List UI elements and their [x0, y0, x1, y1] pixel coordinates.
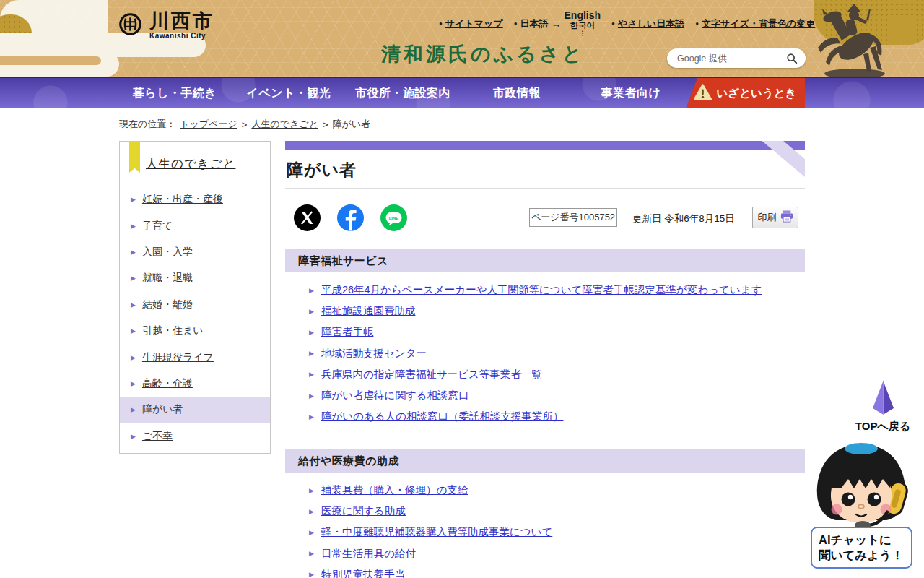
sidebar-item-label: 結婚・離婚 — [142, 298, 193, 311]
sidebar-item-elderly[interactable]: 高齢・介護 — [120, 371, 270, 397]
city-logo-text: 川西市 Kawanishi City — [149, 11, 214, 40]
nav-items: 暮らし・手続き イベント・観光 市役所・施設案内 市政情報 事業者向け — [118, 78, 688, 108]
sidebar-item-label: 生涯現役ライフ — [142, 351, 214, 364]
content-link[interactable]: 医療に関する助成 — [321, 504, 406, 518]
nav-item-event[interactable]: イベント・観光 — [232, 78, 346, 108]
warning-icon — [694, 84, 712, 103]
sidebar-item-marriage[interactable]: 結婚・離婚 — [120, 292, 270, 318]
nav-item-emergency[interactable]: いざというとき — [686, 78, 805, 108]
sidebar-list: 妊娠・出産・産後 子育て 入園・入学 就職・退職 結婚・離婚 引越・住まい 生涯… — [120, 186, 270, 449]
sidebar-item-pregnancy[interactable]: 妊娠・出産・産後 — [120, 186, 270, 212]
search-input[interactable] — [677, 53, 785, 64]
header-utility-links: サイトマップ 日本語 → English 한국어 ⋮ やさしい日本語 文字サイズ… — [439, 10, 815, 38]
list-item: 医療に関する助成 — [285, 501, 805, 522]
list-item: 障がいのある人の相談窓口（委託相談支援事業所） — [285, 406, 805, 427]
bookmark-ribbon-icon — [129, 141, 140, 173]
site-header: 川西市 Kawanishi City サイトマップ 日本語 → English … — [0, 0, 924, 77]
samurai-statue-image — [803, 1, 893, 77]
content-link[interactable]: 障がいのある人の相談窓口（委託相談支援事業所） — [321, 410, 564, 423]
list-item: 特別児童扶養手当 — [285, 564, 805, 578]
list-item: 平成26年4月からペースメーカーや人工関節等について障害者手帳認定基準が変わって… — [285, 280, 805, 301]
sitemap-link-item: サイトマップ — [439, 17, 503, 30]
back-to-top-arrow-icon — [873, 405, 894, 417]
content-link[interactable]: 補装具費（購入・修理）の支給 — [321, 483, 468, 497]
updated-date: 更新日 令和6年8月15日 — [632, 212, 735, 225]
site-search — [667, 48, 806, 68]
x-share-icon[interactable] — [294, 204, 321, 231]
text-size-link[interactable]: 文字サイズ・背景色の変更 — [702, 17, 815, 30]
sidebar-header: 人生のできごと — [120, 142, 270, 181]
section-heading: 給付や医療費の助成 — [285, 449, 805, 473]
sidebar-title-link[interactable]: 人生のできごと — [146, 157, 235, 170]
language-options: English 한국어 ⋮ — [565, 10, 601, 38]
back-to-top-button[interactable]: TOPへ戻る — [853, 381, 912, 434]
ai-chat-bubble[interactable]: AIチャットに 聞いてみよう！ — [811, 527, 912, 569]
sidebar-divider — [126, 184, 264, 184]
section-benefits-medical: 給付や医療費の助成 補装具費（購入・修理）の支給 医療に関する助成 軽・中度難聴… — [285, 449, 805, 578]
breadcrumb-separator: > — [242, 119, 248, 130]
content-link[interactable]: 兵庫県内の指定障害福祉サービス等事業者一覧 — [321, 368, 542, 381]
text-size-link-item: 文字サイズ・背景色の変更 — [695, 17, 815, 30]
breadcrumb-separator: > — [323, 119, 328, 130]
language-more-icon[interactable]: ⋮ — [579, 30, 585, 38]
city-logo[interactable]: 川西市 Kawanishi City — [118, 11, 214, 40]
line-share-icon[interactable]: LINE — [380, 204, 407, 231]
sidebar-item-label: 入園・入学 — [142, 246, 193, 259]
breadcrumb-home[interactable]: トップページ — [180, 118, 237, 131]
content-corner-decoration — [751, 141, 805, 183]
sitemap-link[interactable]: サイトマップ — [445, 17, 503, 30]
list-item: 兵庫県内の指定障害福祉サービス等事業者一覧 — [285, 364, 805, 385]
search-icon[interactable] — [785, 52, 798, 65]
site-tagline: 清和源氏のふるさと — [381, 41, 585, 67]
list-item: 地域活動支援センター — [285, 343, 805, 364]
print-button[interactable]: 印刷 — [752, 207, 798, 228]
list-item: 障がい者虐待に関する相談窓口 — [285, 385, 805, 406]
content-link[interactable]: 軽・中度難聴児補聴器購入費等助成事業について — [321, 525, 552, 539]
content-link[interactable]: 特別児童扶養手当 — [321, 568, 405, 578]
content-link[interactable]: 日常生活用具の給付 — [321, 547, 416, 561]
ai-chat-text-line1: AIチャットに — [819, 532, 911, 548]
primary-nav: 暮らし・手続き イベント・観光 市役所・施設案内 市政情報 事業者向け いざとい… — [0, 77, 924, 108]
list-item: 日常生活用具の給付 — [285, 543, 805, 564]
section-link-list: 平成26年4月からペースメーカーや人工関節等について障害者手帳認定基準が変わって… — [285, 272, 805, 427]
sidebar-item-active-life[interactable]: 生涯現役ライフ — [120, 344, 270, 370]
content-link[interactable]: 障がい者虐待に関する相談窓口 — [321, 389, 469, 402]
easy-japanese-link[interactable]: やさしい日本語 — [618, 17, 684, 30]
section-heading: 障害福祉サービス — [285, 249, 805, 272]
language-english[interactable]: English — [565, 10, 601, 21]
nav-item-jigyosha[interactable]: 事業者向け — [574, 78, 688, 108]
sidebar-item-label: 就職・退職 — [142, 272, 193, 285]
list-item: 障害者手帳 — [285, 322, 805, 342]
nav-item-shiyakusho[interactable]: 市役所・施設案内 — [346, 78, 460, 108]
content-link[interactable]: 平成26年4月からペースメーカーや人工関節等について障害者手帳認定基準が変わって… — [321, 283, 762, 297]
sidebar-item-label: 子育て — [142, 220, 173, 233]
list-item: 福祉施設通園費助成 — [285, 301, 805, 322]
city-name: 川西市 — [149, 11, 214, 31]
sidebar-item-disability[interactable]: 障がい者 — [120, 397, 270, 423]
sidebar-item-childcare[interactable]: 子育て — [120, 212, 270, 238]
sidebar-item-employment[interactable]: 就職・退職 — [120, 265, 270, 291]
section-welfare-services: 障害福祉サービス 平成26年4月からペースメーカーや人工関節等について障害者手帳… — [285, 249, 805, 427]
ai-chat-mascot[interactable] — [806, 443, 916, 532]
page: 川西市 Kawanishi City サイトマップ 日本語 → English … — [0, 0, 924, 578]
content-link[interactable]: 福祉施設通園費助成 — [321, 304, 416, 318]
list-item: 軽・中度難聴児補聴器購入費等助成事業について — [285, 522, 805, 543]
sidebar-item-label: 高齢・介護 — [142, 377, 193, 390]
cloud-decoration — [0, 56, 101, 65]
language-switch: 日本語 → English 한국어 ⋮ — [514, 10, 601, 38]
city-name-en: Kawanishi City — [149, 32, 214, 40]
content-link[interactable]: 障害者手帳 — [321, 325, 374, 339]
sidebar-item-school[interactable]: 入園・入学 — [120, 239, 270, 265]
nav-item-shisei[interactable]: 市政情報 — [460, 78, 574, 108]
content-link[interactable]: 地域活動支援センター — [321, 347, 427, 361]
nav-item-kurashi[interactable]: 暮らし・手続き — [118, 78, 232, 108]
facebook-share-icon[interactable] — [337, 204, 364, 231]
nav-emergency-label: いざというとき — [716, 86, 796, 101]
svg-text:LINE: LINE — [389, 216, 399, 220]
sidebar-item-bereavement[interactable]: ご不幸 — [120, 423, 270, 449]
sidebar-item-moving[interactable]: 引越・住まい — [120, 318, 270, 344]
ai-chat-text-line2: 聞いてみよう！ — [819, 548, 911, 563]
sidebar-item-label: 引越・住まい — [142, 324, 204, 337]
diagonal-stripe — [751, 141, 805, 183]
breadcrumb-life-events[interactable]: 人生のできごと — [251, 118, 318, 131]
